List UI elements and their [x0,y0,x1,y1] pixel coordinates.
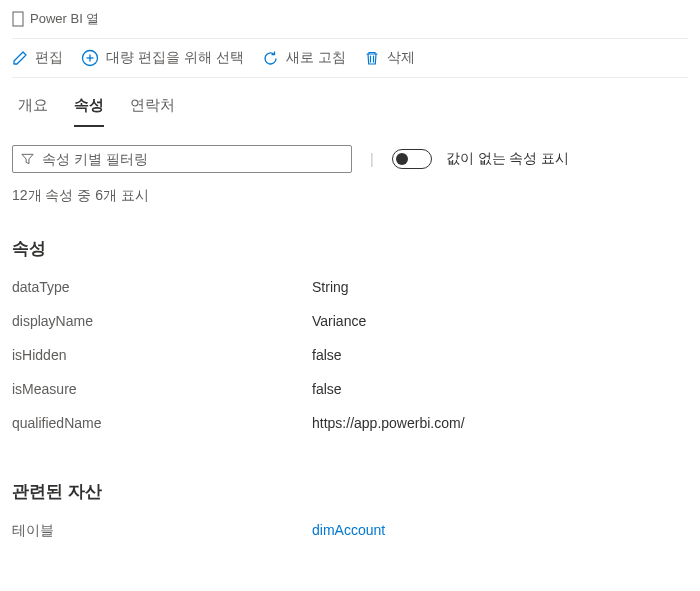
toggle-knob [396,153,408,165]
edit-button[interactable]: 편집 [12,49,63,67]
bulk-select-button[interactable]: 대량 편집을 위해 선택 [81,49,244,67]
filter-input[interactable] [42,151,343,167]
property-value: String [312,279,349,295]
delete-icon [364,50,380,66]
related-value[interactable]: dimAccount [312,522,385,540]
asset-type-label: Power BI 열 [30,10,99,28]
property-key: qualifiedName [12,415,312,431]
toggle-wrap: 값이 없는 속성 표시 [392,149,570,169]
refresh-button[interactable]: 새로 고침 [262,49,346,67]
property-key: isHidden [12,347,312,363]
related-row: 테이블dimAccount [12,513,688,549]
property-value: false [312,381,342,397]
tab-contacts[interactable]: 연락처 [130,96,175,127]
property-row: displayNameVariance [12,304,688,338]
property-value: Variance [312,313,366,329]
refresh-icon [262,50,279,67]
filter-input-wrap[interactable] [12,145,352,173]
show-empty-toggle[interactable] [392,149,432,169]
property-row: isHiddenfalse [12,338,688,372]
tab-overview[interactable]: 개요 [18,96,48,127]
related-key: 테이블 [12,522,312,540]
filter-row: | 값이 없는 속성 표시 [12,127,688,179]
property-value: false [312,347,342,363]
related-title: 관련된 자산 [12,466,688,513]
filter-icon [21,152,34,166]
property-value: https://app.powerbi.com/ [312,415,465,431]
property-key: displayName [12,313,312,329]
add-circle-icon [81,49,99,67]
related-section: 관련된 자산 테이블dimAccount [12,440,688,549]
divider: | [370,151,374,167]
property-count: 12개 속성 중 6개 표시 [12,179,688,223]
tabs: 개요 속성 연락처 [12,78,688,127]
properties-title: 속성 [12,223,688,270]
asset-type-header: Power BI 열 [12,8,688,38]
column-icon [12,11,24,27]
property-key: dataType [12,279,312,295]
toolbar: 편집 대량 편집을 위해 선택 새로 고침 삭제 [12,38,688,78]
toggle-label: 값이 없는 속성 표시 [446,150,570,168]
svg-rect-0 [13,12,23,26]
property-row: isMeasurefalse [12,372,688,406]
property-row: qualifiedNamehttps://app.powerbi.com/ [12,406,688,440]
tab-properties[interactable]: 속성 [74,96,104,127]
properties-section: 속성 dataTypeStringdisplayNameVarianceisHi… [12,223,688,440]
delete-button[interactable]: 삭제 [364,49,415,67]
edit-icon [12,50,28,66]
property-row: dataTypeString [12,270,688,304]
property-key: isMeasure [12,381,312,397]
